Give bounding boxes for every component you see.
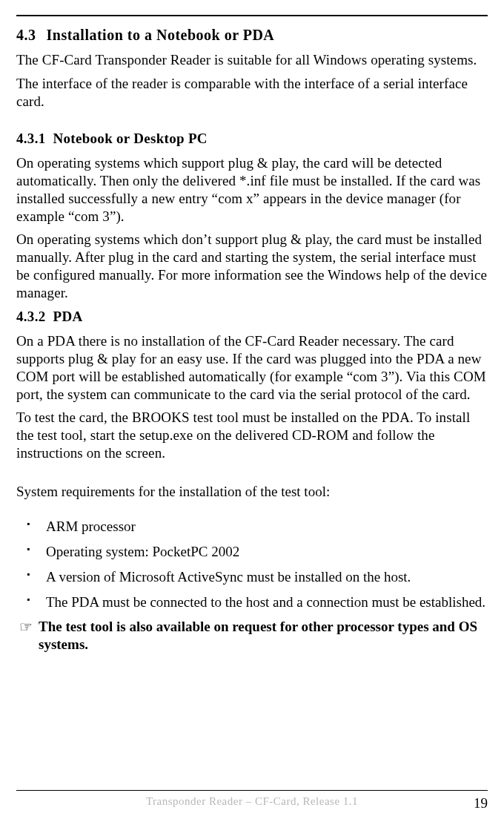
heading-4-3-number: 4.3 [16,27,36,44]
heading-4-3-1-title: Notebook or Desktop PC [53,131,208,146]
paragraph: The interface of the reader is comparabl… [16,75,488,111]
note: ☞ The test tool is also available on req… [16,618,488,654]
page-footer: Transponder Reader – CF-Card, Release 1.… [0,790,504,813]
paragraph: On a PDA there is no installation of the… [16,332,488,403]
heading-4-3-1: 4.3.1Notebook or Desktop PC [16,131,488,147]
page-number: 19 [458,795,488,812]
list-item: ARM processor [16,518,488,536]
footer-title: Transponder Reader – CF-Card, Release 1.… [46,795,458,808]
list-item: A version of Microsoft ActiveSync must b… [16,568,488,586]
list-item: Operating system: PocketPC 2002 [16,543,488,561]
footer-rule [16,790,488,791]
paragraph: The CF-Card Transponder Reader is suitab… [16,51,488,69]
requirements-list: ARM processor Operating system: PocketPC… [16,518,488,610]
paragraph: To test the card, the BROOKS test tool m… [16,409,488,461]
heading-4-3-2: 4.3.2PDA [16,309,488,325]
heading-4-3: 4.3Installation to a Notebook or PDA [16,27,488,44]
heading-4-3-2-number: 4.3.2 [16,309,46,325]
list-item: The PDA must be connected to the host an… [16,593,488,611]
heading-4-3-title: Installation to a Notebook or PDA [47,27,275,43]
requirements-label: System requirements for the installation… [16,483,488,501]
heading-4-3-2-title: PDA [53,309,83,324]
paragraph: On operating systems which support plug … [16,154,488,225]
heading-4-3-1-number: 4.3.1 [16,131,46,147]
note-text: The test tool is also available on reque… [39,619,477,652]
pointing-hand-icon: ☞ [19,618,33,636]
paragraph: On operating systems which don’t support… [16,231,488,301]
top-rule [16,15,488,16]
